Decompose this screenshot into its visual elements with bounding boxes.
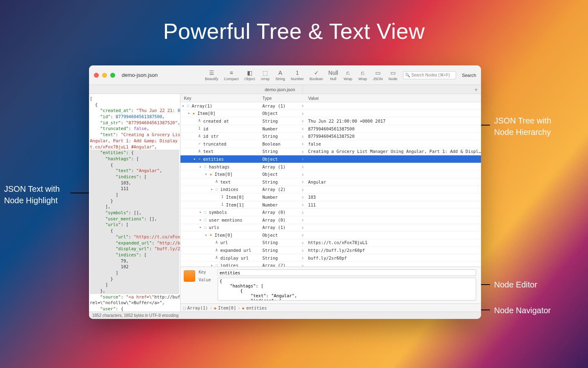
tree-row[interactable]: ▾⬚indicesArray (2)⇕: [180, 262, 481, 267]
array-icon: ⬚: [261, 69, 270, 76]
tree-row[interactable]: AurlString⇕https://t.co/xFox78juL1: [180, 239, 481, 247]
str-icon: A: [197, 119, 202, 123]
arr-icon: ⬚: [185, 103, 190, 108]
editor-key-input[interactable]: entities: [218, 269, 477, 276]
toolbar-beautify-button[interactable]: ☰Beautify: [205, 69, 218, 81]
object-icon: ◧: [245, 69, 254, 76]
tab-demo-json[interactable]: demo-json.json: [257, 85, 303, 94]
num-icon: 1: [197, 126, 202, 131]
toolbar-number-button[interactable]: 1Number: [291, 69, 304, 81]
toolbar-boolean-button[interactable]: ✓Boolean: [310, 69, 323, 81]
arr-icon: ⬚: [203, 164, 207, 169]
hero-title: Powerful Tree & Text View: [0, 18, 588, 44]
arr-icon: ⬚: [203, 210, 207, 215]
str-icon: A: [214, 240, 219, 245]
num-icon: 1: [220, 195, 225, 200]
tree-row[interactable]: 1Item[1]Number⇕111: [180, 201, 481, 209]
tree-row[interactable]: AtextString⇕Angular: [180, 178, 481, 186]
obj-icon: ◆: [191, 111, 196, 116]
search-input[interactable]: 🔍Search Nodes (⌘+F): [403, 71, 456, 79]
zoom-icon[interactable]: [110, 73, 115, 78]
traffic-lights[interactable]: [94, 73, 115, 78]
wrap-icon: ⎌: [343, 69, 352, 76]
toolbar: ☰Beautify≡Compact◧Object⬚ArrayAString1Nu…: [205, 69, 476, 81]
str-icon: A: [214, 180, 219, 184]
str-icon: A: [197, 134, 202, 139]
tree-body[interactable]: ▾⬚Array(1)Array (1)⇕▾◆Item[0]Object⇕Acre…: [180, 102, 481, 267]
tree-row[interactable]: 1idNumber⇕877994604561387500: [180, 125, 481, 133]
arr-icon: ⬚: [203, 225, 207, 230]
tab-strip: demo-json.json +: [89, 85, 481, 94]
toolbar-array-button[interactable]: ⬚Array: [261, 69, 270, 81]
app-window: demo-json.json ☰Beautify≡Compact◧Object⬚…: [89, 65, 481, 319]
tree-row[interactable]: Acreated_atString⇕Thu Jun 22 21:00:00 +0…: [180, 117, 481, 125]
tree-row[interactable]: Aexpanded_urlString⇕http://buff.ly/2sr60…: [180, 247, 481, 254]
search-button[interactable]: Search: [462, 73, 476, 78]
callout-node-editor: Node Editor: [494, 279, 537, 290]
editor-value-input[interactable]: { "hashtags": [ { "text": "Angular", "in…: [218, 278, 477, 301]
json-icon: ▭: [373, 69, 382, 76]
json-tree-pane: Key Type Value ▾⬚Array(1)Array (1)⇕▾◆Ite…: [180, 94, 481, 312]
boolean-icon: ✓: [312, 69, 321, 76]
obj-icon: ◆: [208, 233, 213, 238]
tree-row[interactable]: AtextString⇕Creating a Grocery List Mana…: [180, 148, 481, 156]
json-text-pane[interactable]: [ { "created_at": "Thu Jun 22 21: 00: 00…: [89, 94, 180, 312]
arr-icon: ⬚: [203, 218, 207, 222]
tree-row[interactable]: ▾◆Item[0]Object⇕: [180, 231, 481, 239]
obj-icon: ◆: [197, 157, 202, 162]
toolbar-object-button[interactable]: ◧Object: [245, 69, 255, 81]
tree-row[interactable]: ▾◆Item[0]Object⇕: [180, 171, 481, 178]
callout-json-tree: JSON Tree withNode Hierarchy: [494, 115, 551, 138]
callout-json-text: JSON Text withNode Highlight: [4, 183, 60, 206]
tree-row[interactable]: Adisplay_urlString⇕buff.ly/2sr60pf: [180, 254, 481, 262]
tree-row[interactable]: ▾⬚user_mentionsArray (0)⇕: [180, 216, 481, 224]
toolbar-compact-button[interactable]: ≡Compact: [224, 69, 239, 81]
toolbar-wrap-button[interactable]: ⎌Wrap: [358, 69, 367, 81]
obj-icon: ◆: [208, 172, 213, 177]
new-tab-button[interactable]: +: [471, 86, 481, 93]
str-icon: A: [214, 248, 219, 253]
toolbar-null-button[interactable]: NullNull: [329, 69, 338, 81]
tree-row[interactable]: 1Item[0]Number⇕103: [180, 193, 481, 201]
null-icon: Null: [329, 69, 338, 76]
callout-node-navigator: Node Navigator: [494, 305, 551, 316]
boo-icon: ✓: [197, 141, 202, 146]
window-title: demo-json.json: [122, 72, 158, 78]
tree-row[interactable]: ▾⬚symbolsArray (0)⇕: [180, 209, 481, 216]
titlebar: demo-json.json ☰Beautify≡Compact◧Object⬚…: [89, 65, 481, 85]
compact-icon: ≡: [227, 69, 236, 76]
tree-row[interactable]: ▾⬚indicesArray (2)⇕: [180, 186, 481, 194]
toolbar-node-button[interactable]: ▭Node: [388, 69, 397, 81]
col-key[interactable]: Key: [180, 96, 262, 101]
tree-row[interactable]: Aid_strString⇕877994604561387520: [180, 132, 481, 140]
wrap-icon: ⎌: [358, 69, 367, 76]
toolbar-wrap-button[interactable]: ⎌Wrap: [343, 69, 352, 81]
number-icon: 1: [293, 69, 302, 76]
col-type[interactable]: Type: [262, 96, 299, 101]
toolbar-string-button[interactable]: AString: [276, 69, 285, 81]
arr-icon: ⬚: [214, 187, 219, 192]
status-bar: 1852 characters, 1852 bytes in UTF-8 enc…: [89, 312, 481, 319]
object-icon: [184, 270, 195, 282]
node-navigator[interactable]: ⬚Array(1) › ◆Item[0] › ◆entities: [180, 303, 481, 312]
str-icon: A: [197, 149, 202, 154]
close-icon[interactable]: [94, 73, 99, 78]
editor-key-label: Key: [198, 270, 215, 274]
tree-row[interactable]: ▾⬚urlsArray (1)⇕: [180, 224, 481, 232]
toolbar-json-button[interactable]: ▭JSON: [373, 69, 383, 81]
editor-value-label: Value: [198, 278, 215, 282]
minimize-icon[interactable]: [102, 73, 107, 78]
str-icon: A: [214, 256, 219, 260]
tree-row[interactable]: ▾⬚Array(1)Array (1)⇕: [180, 102, 481, 110]
tree-row[interactable]: ▾◆Item[0]Object⇕: [180, 110, 481, 118]
string-icon: A: [276, 69, 285, 76]
num-icon: 1: [220, 202, 225, 207]
tree-header: Key Type Value: [180, 94, 481, 102]
beautify-icon: ☰: [207, 69, 216, 76]
node-editor: Key entities Value { "hashtags": [ { "te…: [180, 267, 481, 303]
tree-row[interactable]: ✓truncatedBoolean⇕false: [180, 140, 481, 148]
tree-row[interactable]: ▾◆entitiesObject⇕: [180, 155, 481, 163]
arr-icon: ⬚: [214, 263, 219, 267]
tree-row[interactable]: ▾⬚hashtagsArray (1)⇕: [180, 163, 481, 171]
col-value[interactable]: Value: [306, 96, 481, 101]
